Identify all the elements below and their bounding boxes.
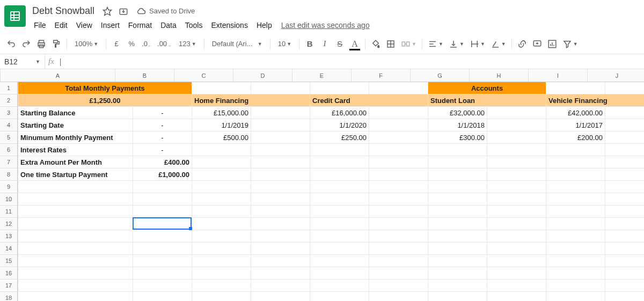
cell-I3[interactable]: £42,000.00 bbox=[546, 107, 605, 119]
row-header-15[interactable]: 15 bbox=[0, 255, 18, 267]
cell-H3[interactable] bbox=[487, 107, 546, 119]
cell-G6[interactable] bbox=[428, 144, 487, 156]
cell-H9[interactable] bbox=[487, 181, 546, 193]
cell-B18[interactable] bbox=[133, 292, 192, 301]
cell-G13[interactable] bbox=[428, 230, 487, 243]
menu-help[interactable]: Help bbox=[253, 19, 276, 32]
cell-J13[interactable] bbox=[605, 230, 644, 243]
col-header-I[interactable]: I bbox=[529, 69, 588, 82]
cell-C11[interactable] bbox=[192, 205, 251, 218]
row-header-10[interactable]: 10 bbox=[0, 193, 18, 205]
cell-H11[interactable] bbox=[487, 205, 546, 218]
last-edit-link[interactable]: Last edit was seconds ago bbox=[277, 19, 374, 32]
cell-H4[interactable] bbox=[487, 119, 546, 131]
cell-grid[interactable]: Total Monthly PaymentsAccounts£1,250.00H… bbox=[18, 82, 644, 301]
cell-H13[interactable] bbox=[487, 230, 546, 243]
cell-C9[interactable] bbox=[192, 181, 251, 193]
text-wrap-button[interactable]: ▼ bbox=[467, 37, 487, 51]
row-header-13[interactable]: 13 bbox=[0, 230, 18, 243]
cell-B16[interactable] bbox=[133, 267, 192, 280]
text-rotation-button[interactable]: ▼ bbox=[488, 37, 508, 51]
cell-H18[interactable] bbox=[487, 292, 546, 301]
decrease-decimal-button[interactable]: .0← bbox=[140, 37, 154, 51]
cell-J11[interactable] bbox=[605, 205, 644, 218]
cell-J15[interactable] bbox=[605, 255, 644, 267]
cell-H17[interactable] bbox=[487, 280, 546, 292]
row-header-7[interactable]: 7 bbox=[0, 156, 18, 168]
row-header-2[interactable]: 2 bbox=[0, 94, 18, 107]
cell-C14[interactable] bbox=[192, 243, 251, 255]
cell-D7[interactable] bbox=[251, 156, 310, 168]
cell-D10[interactable] bbox=[251, 193, 310, 205]
cell-J7[interactable] bbox=[605, 156, 644, 168]
cell-G2[interactable]: Student Loan bbox=[428, 94, 546, 107]
cell-A6[interactable]: Interest Rates bbox=[18, 144, 133, 156]
cell-E8[interactable] bbox=[310, 168, 369, 181]
cell-B10[interactable] bbox=[133, 193, 192, 205]
cell-I9[interactable] bbox=[546, 181, 605, 193]
cell-E3[interactable]: £16,000.00 bbox=[310, 107, 369, 119]
cell-E6[interactable] bbox=[310, 144, 369, 156]
menu-edit[interactable]: Edit bbox=[51, 19, 71, 32]
cell-C16[interactable] bbox=[192, 267, 251, 280]
cell-I15[interactable] bbox=[546, 255, 605, 267]
row-header-4[interactable]: 4 bbox=[0, 119, 18, 131]
row-header-14[interactable]: 14 bbox=[0, 243, 18, 255]
cell-E18[interactable] bbox=[310, 292, 369, 301]
cell-C7[interactable] bbox=[192, 156, 251, 168]
cell-E5[interactable]: £250.00 bbox=[310, 131, 369, 144]
col-header-J[interactable]: J bbox=[588, 69, 644, 82]
merge-cells-button[interactable]: ▼ bbox=[399, 37, 419, 51]
row-header-16[interactable]: 16 bbox=[0, 267, 18, 280]
cell-I16[interactable] bbox=[546, 267, 605, 280]
menu-format[interactable]: Format bbox=[125, 19, 156, 32]
cell-J10[interactable] bbox=[605, 193, 644, 205]
cell-E13[interactable] bbox=[310, 230, 369, 243]
menu-insert[interactable]: Insert bbox=[97, 19, 123, 32]
cell-A12[interactable] bbox=[18, 218, 133, 230]
cell-D16[interactable] bbox=[251, 267, 310, 280]
cell-E2[interactable]: Credit Card bbox=[310, 94, 428, 107]
cell-G3[interactable]: £32,000.00 bbox=[428, 107, 487, 119]
cell-J3[interactable] bbox=[605, 107, 644, 119]
cell-B7[interactable]: £400.00 bbox=[133, 156, 192, 168]
cell-A14[interactable] bbox=[18, 243, 133, 255]
cell-B3[interactable]: - bbox=[133, 107, 192, 119]
col-header-A[interactable]: A bbox=[1, 69, 115, 82]
cell-J12[interactable] bbox=[605, 218, 644, 230]
cell-H5[interactable] bbox=[487, 131, 546, 144]
cell-E9[interactable] bbox=[310, 181, 369, 193]
cell-F1[interactable] bbox=[369, 82, 428, 94]
cell-G7[interactable] bbox=[428, 156, 487, 168]
cell-J18[interactable] bbox=[605, 292, 644, 301]
cell-C12[interactable] bbox=[192, 218, 251, 230]
cell-I5[interactable]: £200.00 bbox=[546, 131, 605, 144]
formula-input[interactable] bbox=[57, 57, 644, 66]
app-logo[interactable] bbox=[4, 5, 26, 27]
cell-A13[interactable] bbox=[18, 230, 133, 243]
vertical-align-button[interactable]: ▼ bbox=[447, 37, 466, 51]
cell-E11[interactable] bbox=[310, 205, 369, 218]
font-dropdown[interactable]: Default (Ari...▼ bbox=[208, 37, 267, 51]
cell-J5[interactable] bbox=[605, 131, 644, 144]
cell-F17[interactable] bbox=[369, 280, 428, 292]
cell-B8[interactable]: £1,000.00 bbox=[133, 168, 192, 181]
filter-button[interactable]: ▼ bbox=[560, 37, 580, 51]
cell-G1[interactable]: Accounts bbox=[428, 82, 546, 94]
redo-button[interactable] bbox=[19, 37, 33, 51]
bold-button[interactable]: B bbox=[303, 37, 317, 51]
cell-D18[interactable] bbox=[251, 292, 310, 301]
cell-C2[interactable]: Home Financing bbox=[192, 94, 310, 107]
cell-I17[interactable] bbox=[546, 280, 605, 292]
col-header-G[interactable]: G bbox=[411, 69, 470, 82]
cell-E7[interactable] bbox=[310, 156, 369, 168]
cell-D8[interactable] bbox=[251, 168, 310, 181]
cell-B5[interactable]: - bbox=[133, 131, 192, 144]
cell-F18[interactable] bbox=[369, 292, 428, 301]
cell-C5[interactable]: £500.00 bbox=[192, 131, 251, 144]
cell-C15[interactable] bbox=[192, 255, 251, 267]
italic-button[interactable]: I bbox=[318, 37, 332, 51]
cell-F13[interactable] bbox=[369, 230, 428, 243]
cell-G8[interactable] bbox=[428, 168, 487, 181]
strikethrough-button[interactable]: S bbox=[333, 37, 347, 51]
